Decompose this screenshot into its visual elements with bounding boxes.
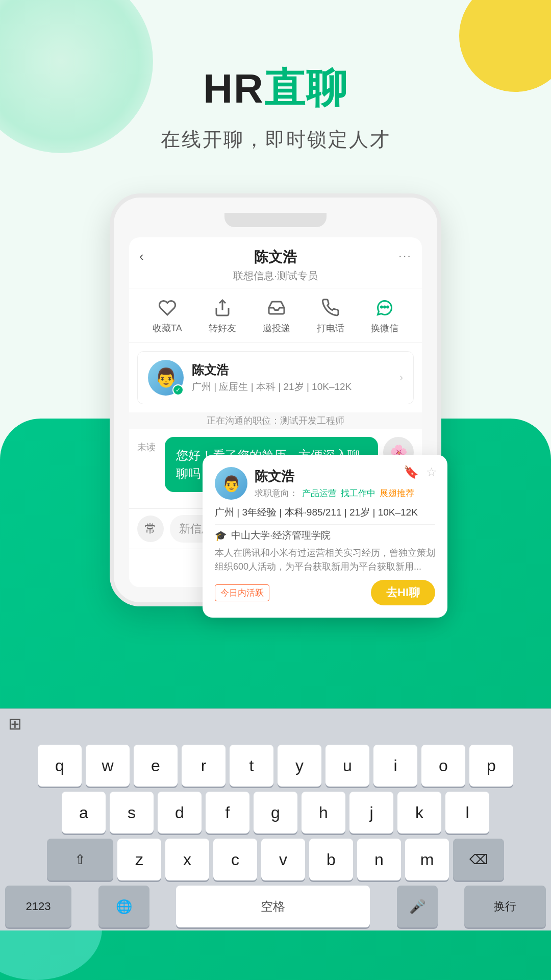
keyboard-row-1: q w e r t y u i o p <box>3 745 548 787</box>
num-key[interactable]: 2123 <box>5 886 71 927</box>
key-r[interactable]: r <box>182 745 226 787</box>
action-share[interactable]: 转好友 <box>209 297 236 334</box>
job-intention: 产品运营 <box>302 487 337 499</box>
key-s[interactable]: s <box>110 792 154 834</box>
resume-card-footer: 今日内活跃 去HI聊 <box>215 580 435 605</box>
resume-detail-tags: 广州 | 3年经验 | 本科·985/211 | 21岁 | 10K–12K <box>215 506 435 525</box>
action-collect[interactable]: 收藏TA <box>153 297 182 334</box>
globe-key[interactable]: 🌐 <box>98 886 149 927</box>
avatar: 👨 ✓ <box>148 360 184 396</box>
key-z[interactable]: z <box>117 839 161 880</box>
mic-key[interactable]: 🎤 <box>397 886 438 927</box>
school-row: 🎓 中山大学·经济管理学院 <box>215 529 435 542</box>
unread-tag: 未读 <box>137 437 156 453</box>
job-status: 找工作中 <box>341 487 375 499</box>
call-label: 打电话 <box>317 322 344 334</box>
profile-tags: 广州 | 应届生 | 本科 | 21岁 | 10K–12K <box>192 380 391 394</box>
hero-subtitle: 在线开聊，即时锁定人才 <box>161 127 391 153</box>
resume-card-popup: 👨 陈文浩 求职意向： 产品运营 找工作中 展翅推荐 🔖 ☆ <box>203 455 447 618</box>
today-active-tag: 今日内活跃 <box>215 584 269 601</box>
key-i[interactable]: i <box>373 745 417 787</box>
key-t[interactable]: t <box>230 745 273 787</box>
key-w[interactable]: w <box>86 745 130 787</box>
chat-contact-subtitle: 联想信息·测试专员 <box>144 269 407 283</box>
key-g[interactable]: g <box>254 792 297 834</box>
profile-name: 陈文浩 <box>192 362 391 378</box>
key-u[interactable]: u <box>325 745 369 787</box>
school-name: 中山大学·经济管理学院 <box>231 529 331 542</box>
key-k[interactable]: k <box>397 792 441 834</box>
keyboard-row-2: a s d f g h j k l <box>3 792 548 834</box>
share-icon <box>211 297 234 319</box>
invite-label: 邀投递 <box>263 322 290 334</box>
school-icon: 🎓 <box>215 530 227 542</box>
inbox-icon <box>265 297 288 319</box>
key-d[interactable]: d <box>158 792 202 834</box>
resume-card-header: 👨 陈文浩 求职意向： 产品运营 找工作中 展翅推荐 <box>215 467 435 500</box>
key-c[interactable]: c <box>213 839 257 880</box>
action-invite[interactable]: 邀投递 <box>263 297 290 334</box>
share-label: 转好友 <box>209 322 236 334</box>
arrow-icon: › <box>399 371 403 384</box>
action-wechat[interactable]: 换微信 <box>371 297 398 334</box>
resume-description: 本人在腾讯和小米有过运营相关实习经历，曾独立策划组织600人活动，为平台获取新用… <box>215 546 435 574</box>
chat-header: ‹ 陈文浩 联想信息·测试专员 ··· <box>129 237 422 288</box>
divider-text: 正在沟通的职位：测试开发工程师 <box>207 415 344 426</box>
key-q[interactable]: q <box>38 745 82 787</box>
voice-label: 常 <box>145 521 156 536</box>
profile-card-chat[interactable]: 👨 ✓ 陈文浩 广州 | 应届生 | 本科 | 21岁 | 10K–12K › <box>137 351 414 404</box>
key-p[interactable]: p <box>469 745 513 787</box>
grid-keyboard-icon[interactable]: ⊞ <box>8 714 22 733</box>
title-chinese: 直聊 <box>264 61 348 116</box>
profile-info: 陈文浩 广州 | 应届生 | 本科 | 21岁 | 10K–12K <box>192 362 391 394</box>
key-v[interactable]: v <box>261 839 305 880</box>
bookmark-icon[interactable]: 🔖 <box>404 465 419 479</box>
action-toolbar: 收藏TA 转好友 邀投递 <box>129 288 422 343</box>
shift-key[interactable]: ⇧ <box>47 839 113 880</box>
main-content: HR 直聊 在线开聊，即时锁定人才 ‹ 陈文浩 联想信息·测试专员 ··· <box>0 0 551 930</box>
phone-notch <box>224 213 327 227</box>
heart-icon <box>156 297 179 319</box>
key-f[interactable]: f <box>206 792 249 834</box>
key-x[interactable]: x <box>165 839 209 880</box>
back-button[interactable]: ‹ <box>139 249 144 264</box>
key-l[interactable]: l <box>445 792 489 834</box>
key-a[interactable]: a <box>62 792 106 834</box>
hi-chat-button[interactable]: 去HI聊 <box>371 580 435 605</box>
chat-divider: 正在沟通的职位：测试开发工程师 <box>129 412 422 429</box>
key-e[interactable]: e <box>134 745 178 787</box>
key-n[interactable]: n <box>357 839 401 880</box>
collect-label: 收藏TA <box>153 322 182 334</box>
keyboard-row-3: ⇧ z x c v b n m ⌫ <box>3 839 548 880</box>
keyboard: q w e r t y u i o p a s d f g h j k <box>0 739 551 930</box>
chat-contact-name: 陈文浩 <box>144 248 407 267</box>
key-y[interactable]: y <box>278 745 321 787</box>
star-icon[interactable]: ☆ <box>426 465 437 479</box>
title-hr: HR <box>203 65 264 112</box>
hero-title: HR 直聊 <box>203 61 348 116</box>
key-j[interactable]: j <box>349 792 393 834</box>
key-o[interactable]: o <box>421 745 465 787</box>
wechat-label: 换微信 <box>371 322 398 334</box>
voice-button[interactable]: 常 <box>137 516 164 542</box>
action-call[interactable]: 打电话 <box>317 297 344 334</box>
phone-icon <box>319 297 342 319</box>
more-button[interactable]: ··· <box>398 249 412 263</box>
resume-card-actions: 🔖 ☆ <box>404 465 437 479</box>
keyboard-section: ⊞ q w e r t y u i o p a s d f <box>0 708 551 930</box>
recommendation: 展翅推荐 <box>380 487 414 499</box>
resume-avatar: 👨 <box>215 467 247 500</box>
key-b[interactable]: b <box>309 839 353 880</box>
resume-card-tags: 求职意向： 产品运营 找工作中 展翅推荐 <box>255 487 435 499</box>
return-key[interactable]: 换行 <box>464 886 546 927</box>
delete-key[interactable]: ⌫ <box>453 839 504 880</box>
phone-mockup: ‹ 陈文浩 联想信息·测试专员 ··· 收藏TA <box>110 193 441 606</box>
job-intention-label: 求职意向： <box>255 487 298 499</box>
keyboard-row-4: 2123 🌐 空格 🎤 换行 <box>3 886 548 927</box>
phone-container: ‹ 陈文浩 联想信息·测试专员 ··· 收藏TA <box>92 193 459 606</box>
wechat-icon <box>373 297 396 319</box>
key-h[interactable]: h <box>302 792 345 834</box>
key-m[interactable]: m <box>405 839 449 880</box>
space-key[interactable]: 空格 <box>176 886 370 927</box>
